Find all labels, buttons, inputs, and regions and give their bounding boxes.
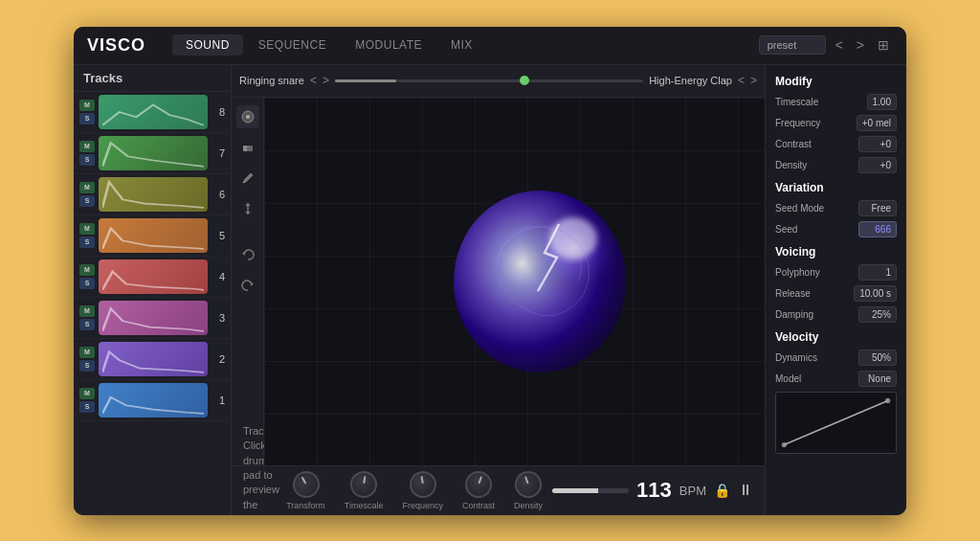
- frequency-knob[interactable]: [408, 468, 438, 499]
- seed-mode-value[interactable]: Free: [858, 200, 897, 216]
- track-item: M S 2: [74, 339, 231, 380]
- pencil-tool-btn[interactable]: [236, 167, 259, 190]
- density-value[interactable]: +0: [858, 157, 897, 173]
- pause-icon[interactable]: ⏸: [738, 482, 753, 499]
- cursor-tool-btn[interactable]: [236, 105, 259, 128]
- transform-knob[interactable]: [287, 465, 323, 502]
- viz-blob: [415, 157, 664, 406]
- track-buttons-3: M S: [79, 305, 95, 330]
- frequency-value[interactable]: +0 mel: [857, 115, 897, 131]
- mute-btn-5[interactable]: M: [79, 223, 95, 235]
- release-value[interactable]: 10.00 s: [854, 285, 897, 302]
- undo-btn[interactable]: [236, 243, 259, 266]
- solo-btn-5[interactable]: S: [79, 237, 95, 248]
- track-wave-5[interactable]: [99, 218, 208, 253]
- solo-btn-6[interactable]: S: [79, 195, 95, 207]
- modify-section-title: Modify: [775, 75, 897, 88]
- bpm-display[interactable]: 113: [636, 478, 672, 503]
- viz-area[interactable]: [264, 98, 765, 465]
- track-wave-4[interactable]: [99, 259, 208, 294]
- next-sound-next-btn[interactable]: >: [750, 74, 757, 87]
- mute-btn-8[interactable]: M: [79, 100, 95, 111]
- polyphony-label: Polyphony: [775, 267, 820, 278]
- track-wave-7[interactable]: [99, 136, 208, 170]
- solo-btn-3[interactable]: S: [79, 319, 95, 330]
- model-label: Model: [775, 373, 801, 384]
- solo-btn-1[interactable]: S: [79, 401, 95, 413]
- model-row: Model None: [775, 371, 897, 387]
- damping-value[interactable]: 25%: [858, 306, 897, 323]
- bpm-lock-icon[interactable]: 🔒: [714, 483, 730, 498]
- knob-frequency: Frequency: [403, 471, 444, 510]
- solo-btn-2[interactable]: S: [79, 360, 95, 372]
- track-buttons-2: M S: [79, 347, 95, 372]
- contrast-row: Contrast +0: [775, 136, 897, 152]
- solo-btn-4[interactable]: S: [79, 278, 95, 289]
- bpm-area: 113 BPM 🔒 ⏸: [543, 478, 753, 503]
- tab-mix[interactable]: MIX: [437, 34, 486, 56]
- contrast-knob[interactable]: [461, 467, 496, 502]
- track-wave-8[interactable]: [99, 95, 208, 129]
- preset-box[interactable]: preset: [759, 35, 826, 55]
- track-wave-3[interactable]: [99, 301, 208, 335]
- bottom-bar: Track: Click drum pad to preview the sou…: [232, 465, 765, 515]
- nav-prev-btn[interactable]: <: [832, 35, 847, 55]
- voicing-section-title: Voicing: [775, 245, 897, 259]
- solo-btn-7[interactable]: S: [79, 154, 95, 166]
- dynamics-value[interactable]: 50%: [858, 349, 897, 366]
- mute-btn-6[interactable]: M: [79, 182, 95, 193]
- knobs-area: Transform Timescale Frequency Contrast: [286, 471, 543, 510]
- progress-bar-area: [552, 488, 629, 493]
- sound-bar: Ringing snare < > High-Energy Clap < >: [232, 65, 765, 98]
- model-value[interactable]: None: [858, 371, 897, 387]
- eraser-tool-btn[interactable]: [236, 136, 259, 159]
- track-buttons-1: M S: [79, 388, 95, 413]
- tab-sequence[interactable]: SEQUENCE: [245, 34, 340, 56]
- track-num-4: 4: [212, 271, 225, 282]
- density-label: Density: [775, 160, 807, 170]
- mute-btn-3[interactable]: M: [79, 305, 95, 317]
- frequency-row: Frequency +0 mel: [775, 115, 897, 131]
- sound-slider[interactable]: [335, 79, 643, 82]
- velocity-section-title: Velocity: [775, 330, 897, 344]
- timescale-knob[interactable]: [348, 468, 379, 499]
- track-num-3: 3: [212, 312, 225, 324]
- contrast-value[interactable]: +0: [858, 136, 897, 152]
- grid-view-btn[interactable]: ⊞: [874, 35, 893, 55]
- timescale-value[interactable]: 1.00: [867, 94, 897, 110]
- mute-btn-7[interactable]: M: [79, 141, 95, 152]
- bpm-unit: BPM: [679, 484, 706, 498]
- track-buttons-7: M S: [79, 141, 95, 166]
- knob-contrast: Contrast: [462, 471, 495, 510]
- tab-sound[interactable]: SOUND: [172, 34, 243, 56]
- density-row: Density +0: [775, 157, 897, 173]
- sound-next-btn[interactable]: >: [323, 74, 329, 87]
- contrast-knob-label: Contrast: [462, 501, 495, 510]
- release-label: Release: [775, 288, 811, 299]
- next-sound-prev-btn[interactable]: <: [738, 74, 745, 87]
- sound-slider-area[interactable]: [335, 79, 643, 82]
- sound-prev-btn[interactable]: <: [310, 74, 317, 87]
- track-wave-6[interactable]: [99, 177, 208, 212]
- nav-next-btn[interactable]: >: [853, 35, 868, 55]
- track-list: M S 8 M S: [74, 92, 231, 515]
- polyphony-value[interactable]: 1: [858, 264, 897, 281]
- mute-btn-4[interactable]: M: [79, 264, 95, 276]
- mute-btn-1[interactable]: M: [79, 388, 95, 399]
- track-item: M S 3: [74, 298, 231, 339]
- redo-btn[interactable]: [236, 274, 259, 297]
- track-item: M S 4: [74, 257, 231, 298]
- frequency-label: Frequency: [775, 118, 820, 128]
- density-knob[interactable]: [511, 467, 546, 502]
- track-wave-2[interactable]: [99, 342, 208, 376]
- velocity-graph[interactable]: [775, 392, 897, 454]
- tab-modulate[interactable]: MODULATE: [342, 34, 435, 56]
- header-right: preset < > ⊞: [759, 35, 893, 55]
- solo-btn-8[interactable]: S: [79, 113, 95, 124]
- seed-value[interactable]: 666: [858, 221, 897, 237]
- mute-btn-2[interactable]: M: [79, 347, 95, 358]
- release-row: Release 10.00 s: [775, 285, 897, 302]
- track-wave-1[interactable]: [99, 383, 208, 417]
- progress-bar[interactable]: [552, 488, 629, 493]
- split-tool-btn[interactable]: [236, 197, 259, 220]
